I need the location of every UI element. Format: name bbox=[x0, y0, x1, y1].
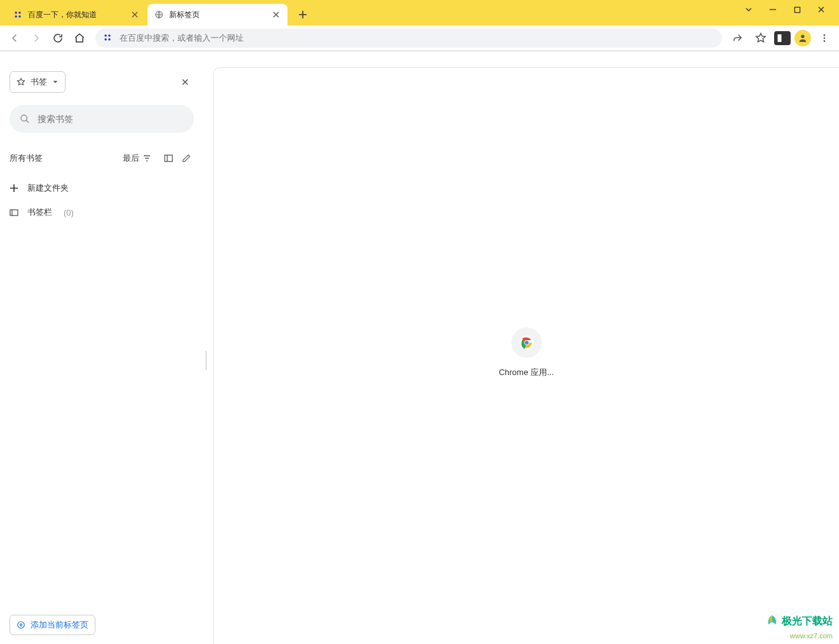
side-panel-icon[interactable] bbox=[774, 31, 791, 45]
close-panel-button[interactable] bbox=[176, 73, 194, 91]
new-tab-button[interactable] bbox=[294, 6, 312, 24]
plus-icon bbox=[10, 184, 18, 193]
profile-button[interactable] bbox=[794, 30, 811, 46]
add-current-tab-button[interactable]: 添加当前标签页 bbox=[10, 615, 95, 635]
chevron-down-icon[interactable] bbox=[742, 3, 755, 16]
svg-rect-17 bbox=[165, 155, 172, 161]
svg-point-12 bbox=[801, 34, 804, 38]
home-button[interactable] bbox=[70, 29, 89, 48]
svg-point-14 bbox=[824, 37, 826, 39]
address-bar[interactable] bbox=[95, 29, 722, 48]
svg-point-6 bbox=[104, 34, 107, 37]
svg-point-13 bbox=[824, 34, 826, 36]
bookmarks-bar-folder[interactable]: 书签栏 (0) bbox=[10, 204, 194, 221]
bookmarks-side-panel: 书签 所有书签 最后 bbox=[0, 51, 204, 644]
toolbar bbox=[0, 25, 839, 51]
svg-rect-5 bbox=[794, 7, 800, 12]
svg-rect-11 bbox=[778, 34, 782, 42]
bookmarks-dropdown[interactable]: 书签 bbox=[10, 71, 66, 93]
browser-tab-baidu[interactable]: 百度一下，你就知道 bbox=[6, 4, 146, 25]
tab-strip: 百度一下，你就知道 新标签页 bbox=[0, 0, 839, 25]
share-icon[interactable] bbox=[728, 29, 747, 48]
plus-circle-icon bbox=[17, 620, 25, 629]
svg-rect-18 bbox=[10, 210, 18, 216]
address-input[interactable] bbox=[120, 33, 714, 43]
star-icon bbox=[17, 78, 25, 86]
maximize-button[interactable] bbox=[791, 3, 803, 16]
minimize-button[interactable] bbox=[766, 3, 779, 16]
back-button[interactable] bbox=[5, 29, 24, 48]
folder-icon bbox=[10, 208, 18, 217]
bookmark-star-icon[interactable] bbox=[751, 29, 770, 48]
baidu-icon bbox=[13, 10, 23, 20]
app-shortcut-label: Chrome 应用... bbox=[499, 367, 554, 378]
new-folder-item[interactable]: 新建文件夹 bbox=[10, 180, 194, 196]
edit-button[interactable] bbox=[179, 151, 194, 166]
browser-tab-newtab[interactable]: 新标签页 bbox=[148, 4, 288, 25]
svg-point-1 bbox=[18, 11, 21, 14]
svg-point-16 bbox=[21, 115, 27, 121]
panel-resize-handle[interactable] bbox=[204, 348, 209, 373]
filter-icon bbox=[143, 154, 151, 162]
svg-point-0 bbox=[15, 11, 17, 14]
bookmarks-list-header: 所有书签 最后 bbox=[10, 151, 194, 166]
watermark: 极光下载站 www.xz7.com bbox=[765, 614, 833, 640]
svg-point-7 bbox=[108, 34, 111, 37]
svg-point-8 bbox=[104, 38, 107, 41]
chevron-down-icon bbox=[52, 79, 59, 85]
reload-button[interactable] bbox=[48, 29, 67, 48]
search-bookmarks-field[interactable] bbox=[10, 105, 194, 133]
content-area: 书签 所有书签 最后 bbox=[0, 51, 839, 644]
svg-point-2 bbox=[15, 15, 17, 18]
new-tab-page: Chrome 应用... 极光下载站 www.xz7.com bbox=[213, 67, 839, 644]
search-icon bbox=[20, 114, 30, 124]
chrome-icon bbox=[511, 327, 542, 358]
tab-title: 百度一下，你就知道 bbox=[28, 10, 130, 20]
main-menu-button[interactable] bbox=[815, 29, 834, 48]
baidu-icon bbox=[103, 33, 113, 43]
svg-point-3 bbox=[18, 15, 21, 18]
globe-icon bbox=[154, 10, 164, 20]
forward-button[interactable] bbox=[27, 29, 46, 48]
close-icon[interactable] bbox=[130, 10, 140, 20]
bookmarks-list: 新建文件夹 书签栏 (0) bbox=[10, 180, 194, 221]
svg-point-9 bbox=[108, 38, 111, 41]
close-icon[interactable] bbox=[271, 10, 281, 20]
view-mode-button[interactable] bbox=[161, 151, 176, 166]
window-controls bbox=[742, 0, 839, 19]
svg-point-15 bbox=[824, 40, 826, 42]
search-bookmarks-input[interactable] bbox=[38, 114, 184, 124]
tab-title: 新标签页 bbox=[169, 10, 271, 20]
dropdown-label: 书签 bbox=[31, 76, 47, 88]
chrome-apps-shortcut[interactable]: Chrome 应用... bbox=[499, 327, 554, 378]
all-bookmarks-label: 所有书签 bbox=[10, 153, 123, 164]
sort-button[interactable]: 最后 bbox=[123, 153, 151, 164]
close-window-button[interactable] bbox=[815, 3, 828, 16]
